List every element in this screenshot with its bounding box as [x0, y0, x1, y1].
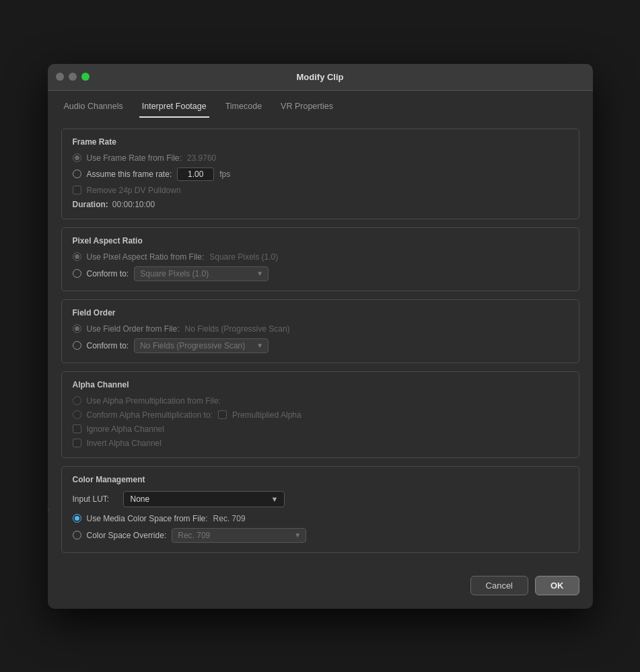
use-pixel-aspect-row: Use Pixel Aspect Ratio from File: Square…: [73, 252, 568, 262]
use-alpha-premultiplication-radio[interactable]: [73, 396, 81, 405]
conform-pixel-aspect-row: Conform to: Square Pixels (1.0) ▼: [73, 266, 568, 281]
conform-field-order-radio[interactable]: [73, 341, 81, 350]
assume-frame-rate-radio[interactable]: [73, 170, 81, 178]
tab-bar: Audio Channels Interpret Footage Timecod…: [48, 91, 593, 118]
input-lut-row: Input LUT: None ▼: [73, 491, 568, 507]
use-frame-rate-value: 23.9760: [187, 153, 216, 163]
ignore-alpha-label: Ignore Alpha Channel: [87, 424, 164, 434]
remove-pulldown-label: Remove 24p DV Pulldown: [87, 186, 181, 195]
conform-alpha-premultiplication-label: Conform Alpha Premultiplication to:: [87, 410, 213, 420]
use-frame-rate-label: Use Frame Rate from File:: [87, 153, 182, 163]
conform-pixel-aspect-radio[interactable]: [73, 269, 81, 278]
pixel-aspect-section: Pixel Aspect Ratio Use Pixel Aspect Rati…: [61, 227, 579, 291]
tab-timecode[interactable]: Timecode: [223, 98, 264, 118]
color-management-title: Color Management: [73, 475, 568, 484]
assume-frame-rate-label: Assume this frame rate:: [87, 170, 172, 179]
window-title: Modify Clip: [296, 72, 343, 82]
content-area: Frame Rate Use Frame Rate from File: 23.…: [48, 118, 593, 566]
color-management-wrapper: ➡ Color Management Input LUT: None ▼ Use…: [61, 466, 579, 553]
cancel-button[interactable]: Cancel: [470, 576, 528, 595]
use-field-order-value: No Fields (Progressive Scan): [185, 324, 290, 334]
color-space-override-label: Color Space Override:: [87, 531, 167, 540]
fps-unit: fps: [219, 170, 230, 179]
tab-interpret-footage[interactable]: Interpret Footage: [139, 98, 209, 118]
remove-pulldown-row: Remove 24p DV Pulldown: [73, 186, 568, 195]
pixel-aspect-title: Pixel Aspect Ratio: [73, 236, 568, 246]
input-lut-label: Input LUT:: [73, 494, 116, 504]
duration-row: Duration: 00:00:10:00: [73, 200, 568, 209]
title-bar: Modify Clip: [48, 64, 593, 91]
use-alpha-premultiplication-row: Use Alpha Premultiplication from File:: [73, 396, 568, 406]
use-pixel-aspect-label: Use Pixel Aspect Ratio from File:: [87, 252, 205, 262]
use-field-order-radio[interactable]: [73, 324, 81, 333]
use-media-color-space-label: Use Media Color Space from File:: [87, 514, 208, 523]
pink-arrow-icon: ➡: [48, 497, 49, 521]
use-alpha-premultiplication-label: Use Alpha Premultiplication from File:: [87, 396, 221, 406]
alpha-channel-section: Alpha Channel Use Alpha Premultiplicatio…: [61, 371, 579, 458]
invert-alpha-checkbox[interactable]: [73, 439, 81, 447]
invert-alpha-row: Invert Alpha Channel: [73, 439, 568, 448]
color-space-override-radio[interactable]: [73, 531, 81, 539]
tab-vr-properties[interactable]: VR Properties: [278, 98, 336, 118]
chevron-down-icon: ▼: [294, 531, 301, 539]
use-field-order-row: Use Field Order from File: No Fields (Pr…: [73, 324, 568, 334]
field-order-section: Field Order Use Field Order from File: N…: [61, 299, 579, 363]
color-space-override-dropdown[interactable]: Rec. 709 ▼: [172, 528, 306, 543]
chevron-down-icon: ▼: [256, 270, 263, 277]
maximize-button[interactable]: [81, 73, 90, 81]
conform-pixel-aspect-label: Conform to:: [87, 269, 129, 278]
minimize-button[interactable]: [69, 73, 77, 81]
conform-field-order-row: Conform to: No Fields (Progressive Scan)…: [73, 338, 568, 353]
premultiplied-alpha-checkbox[interactable]: [218, 410, 227, 419]
ignore-alpha-row: Ignore Alpha Channel: [73, 424, 568, 434]
color-management-section: Color Management Input LUT: None ▼ Use M…: [61, 466, 579, 553]
use-pixel-aspect-value: Square Pixels (1.0): [209, 252, 278, 262]
conform-alpha-premultiplication-radio[interactable]: [73, 410, 81, 419]
premultiplied-alpha-label: Premultiplied Alpha: [232, 410, 301, 420]
conform-alpha-premultiplication-row: Conform Alpha Premultiplication to: Prem…: [73, 410, 568, 420]
traffic-lights: [56, 73, 90, 81]
conform-pixel-aspect-dropdown[interactable]: Square Pixels (1.0) ▼: [134, 266, 269, 281]
remove-pulldown-checkbox[interactable]: [73, 186, 81, 194]
ok-button[interactable]: OK: [535, 576, 579, 595]
conform-field-order-label: Conform to:: [87, 341, 129, 350]
input-lut-dropdown[interactable]: None ▼: [123, 491, 285, 507]
chevron-down-icon: ▼: [256, 342, 263, 349]
color-space-override-row: Color Space Override: Rec. 709 ▼: [73, 528, 568, 543]
chevron-down-icon: ▼: [271, 495, 279, 503]
use-frame-rate-radio[interactable]: [73, 153, 81, 162]
assume-frame-rate-row: Assume this frame rate: fps: [73, 167, 568, 181]
frame-rate-title: Frame Rate: [73, 137, 568, 147]
duration-value: 00:00:10:00: [112, 200, 155, 209]
modify-clip-window: Modify Clip Audio Channels Interpret Foo…: [48, 64, 593, 609]
conform-field-order-dropdown[interactable]: No Fields (Progressive Scan) ▼: [134, 338, 269, 353]
close-button[interactable]: [56, 73, 64, 81]
invert-alpha-label: Invert Alpha Channel: [87, 439, 162, 448]
ignore-alpha-checkbox[interactable]: [73, 424, 81, 433]
use-media-color-space-value: Rec. 709: [213, 514, 246, 523]
frame-rate-input[interactable]: [177, 167, 214, 181]
use-pixel-aspect-radio[interactable]: [73, 252, 81, 261]
field-order-title: Field Order: [73, 308, 568, 318]
alpha-channel-title: Alpha Channel: [73, 380, 568, 389]
use-media-color-space-radio[interactable]: [73, 514, 81, 523]
footer: Cancel OK: [48, 566, 593, 609]
tab-audio-channels[interactable]: Audio Channels: [61, 98, 126, 118]
duration-label: Duration:: [73, 200, 108, 209]
use-field-order-label: Use Field Order from File:: [87, 324, 180, 334]
use-frame-rate-row: Use Frame Rate from File: 23.9760: [73, 153, 568, 163]
use-media-color-space-row: Use Media Color Space from File: Rec. 70…: [73, 514, 568, 523]
frame-rate-section: Frame Rate Use Frame Rate from File: 23.…: [61, 128, 579, 219]
